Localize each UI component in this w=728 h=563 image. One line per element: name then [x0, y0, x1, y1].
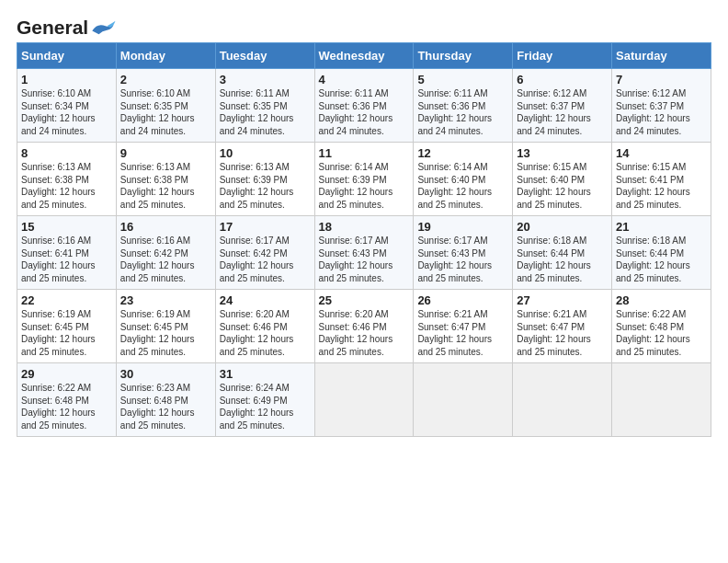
table-row: 3 Sunrise: 6:11 AMSunset: 6:35 PMDayligh… [215, 69, 314, 143]
day-number: 4 [319, 73, 410, 86]
day-info: Sunrise: 6:10 AMSunset: 6:34 PMDaylight:… [21, 88, 96, 136]
table-row [612, 363, 711, 437]
day-info: Sunrise: 6:22 AMSunset: 6:48 PMDaylight:… [616, 309, 690, 357]
day-number: 30 [120, 367, 211, 381]
day-number: 5 [417, 73, 508, 86]
table-row: 16 Sunrise: 6:16 AMSunset: 6:42 PMDaylig… [116, 216, 215, 290]
day-info: Sunrise: 6:10 AMSunset: 6:35 PMDaylight:… [120, 88, 195, 136]
day-info: Sunrise: 6:16 AMSunset: 6:42 PMDaylight:… [120, 236, 195, 283]
day-number: 28 [616, 293, 707, 307]
table-row: 22 Sunrise: 6:19 AMSunset: 6:45 PMDaylig… [17, 290, 117, 363]
day-info: Sunrise: 6:13 AMSunset: 6:38 PMDaylight:… [21, 162, 96, 210]
logo-bird-icon [90, 19, 116, 36]
day-info: Sunrise: 6:20 AMSunset: 6:46 PMDaylight:… [220, 309, 294, 357]
table-row: 20 Sunrise: 6:18 AMSunset: 6:44 PMDaylig… [513, 216, 612, 290]
col-header-tuesday: Tuesday [215, 43, 314, 69]
table-row: 28 Sunrise: 6:22 AMSunset: 6:48 PMDaylig… [612, 290, 711, 363]
day-info: Sunrise: 6:16 AMSunset: 6:41 PMDaylight:… [21, 236, 96, 283]
day-number: 24 [220, 293, 311, 307]
day-info: Sunrise: 6:19 AMSunset: 6:45 PMDaylight:… [120, 309, 195, 357]
table-row: 21 Sunrise: 6:18 AMSunset: 6:44 PMDaylig… [612, 216, 711, 290]
day-info: Sunrise: 6:22 AMSunset: 6:48 PMDaylight:… [21, 383, 96, 431]
table-row: 4 Sunrise: 6:11 AMSunset: 6:36 PMDayligh… [314, 69, 414, 143]
table-row: 12 Sunrise: 6:14 AMSunset: 6:40 PMDaylig… [414, 143, 513, 216]
day-info: Sunrise: 6:18 AMSunset: 6:44 PMDaylight:… [517, 236, 591, 283]
header: General [17, 17, 711, 35]
table-row: 7 Sunrise: 6:12 AMSunset: 6:37 PMDayligh… [612, 69, 711, 143]
table-row [314, 363, 414, 437]
day-number: 25 [319, 293, 410, 307]
col-header-sunday: Sunday [17, 43, 117, 69]
day-number: 15 [21, 220, 112, 234]
col-header-friday: Friday [513, 43, 612, 69]
day-info: Sunrise: 6:12 AMSunset: 6:37 PMDaylight:… [616, 88, 690, 136]
table-row: 1 Sunrise: 6:10 AMSunset: 6:34 PMDayligh… [17, 69, 117, 143]
table-row: 8 Sunrise: 6:13 AMSunset: 6:38 PMDayligh… [17, 143, 117, 216]
day-info: Sunrise: 6:17 AMSunset: 6:43 PMDaylight:… [319, 236, 393, 283]
logo: General [17, 17, 116, 35]
table-row: 17 Sunrise: 6:17 AMSunset: 6:42 PMDaylig… [215, 216, 314, 290]
table-row: 6 Sunrise: 6:12 AMSunset: 6:37 PMDayligh… [513, 69, 612, 143]
day-number: 8 [21, 146, 112, 160]
table-row: 19 Sunrise: 6:17 AMSunset: 6:43 PMDaylig… [414, 216, 513, 290]
table-row: 14 Sunrise: 6:15 AMSunset: 6:41 PMDaylig… [612, 143, 711, 216]
day-info: Sunrise: 6:17 AMSunset: 6:42 PMDaylight:… [220, 236, 294, 283]
day-number: 27 [517, 293, 608, 307]
table-row: 18 Sunrise: 6:17 AMSunset: 6:43 PMDaylig… [314, 216, 414, 290]
day-info: Sunrise: 6:19 AMSunset: 6:45 PMDaylight:… [21, 309, 96, 357]
table-row: 15 Sunrise: 6:16 AMSunset: 6:41 PMDaylig… [17, 216, 117, 290]
table-row: 29 Sunrise: 6:22 AMSunset: 6:48 PMDaylig… [17, 363, 117, 437]
table-row: 31 Sunrise: 6:24 AMSunset: 6:49 PMDaylig… [215, 363, 314, 437]
day-number: 10 [220, 146, 311, 160]
day-info: Sunrise: 6:15 AMSunset: 6:41 PMDaylight:… [616, 162, 690, 210]
day-number: 1 [21, 73, 112, 86]
day-number: 3 [220, 73, 311, 86]
day-info: Sunrise: 6:13 AMSunset: 6:38 PMDaylight:… [120, 162, 195, 210]
col-header-monday: Monday [116, 43, 215, 69]
day-info: Sunrise: 6:11 AMSunset: 6:36 PMDaylight:… [417, 88, 492, 136]
day-info: Sunrise: 6:13 AMSunset: 6:39 PMDaylight:… [220, 162, 294, 210]
day-number: 26 [417, 293, 508, 307]
day-info: Sunrise: 6:14 AMSunset: 6:40 PMDaylight:… [417, 162, 492, 210]
day-number: 22 [21, 293, 112, 307]
day-number: 31 [220, 367, 311, 381]
day-info: Sunrise: 6:24 AMSunset: 6:49 PMDaylight:… [220, 383, 294, 431]
table-row: 23 Sunrise: 6:19 AMSunset: 6:45 PMDaylig… [116, 290, 215, 363]
logo-general: General [17, 17, 88, 39]
day-info: Sunrise: 6:11 AMSunset: 6:35 PMDaylight:… [220, 88, 294, 136]
day-info: Sunrise: 6:21 AMSunset: 6:47 PMDaylight:… [417, 309, 492, 357]
table-row: 30 Sunrise: 6:23 AMSunset: 6:48 PMDaylig… [116, 363, 215, 437]
table-row: 13 Sunrise: 6:15 AMSunset: 6:40 PMDaylig… [513, 143, 612, 216]
calendar-table: Sunday Monday Tuesday Wednesday Thursday… [17, 42, 711, 437]
day-info: Sunrise: 6:17 AMSunset: 6:43 PMDaylight:… [417, 236, 492, 283]
table-row: 11 Sunrise: 6:14 AMSunset: 6:39 PMDaylig… [314, 143, 414, 216]
day-number: 17 [220, 220, 311, 234]
table-row: 2 Sunrise: 6:10 AMSunset: 6:35 PMDayligh… [116, 69, 215, 143]
day-info: Sunrise: 6:20 AMSunset: 6:46 PMDaylight:… [319, 309, 393, 357]
day-info: Sunrise: 6:21 AMSunset: 6:47 PMDaylight:… [517, 309, 591, 357]
day-info: Sunrise: 6:23 AMSunset: 6:48 PMDaylight:… [120, 383, 195, 431]
table-row: 24 Sunrise: 6:20 AMSunset: 6:46 PMDaylig… [215, 290, 314, 363]
day-number: 6 [517, 73, 608, 86]
day-info: Sunrise: 6:11 AMSunset: 6:36 PMDaylight:… [319, 88, 393, 136]
col-header-thursday: Thursday [414, 43, 513, 69]
table-row: 10 Sunrise: 6:13 AMSunset: 6:39 PMDaylig… [215, 143, 314, 216]
day-number: 7 [616, 73, 707, 86]
table-row: 9 Sunrise: 6:13 AMSunset: 6:38 PMDayligh… [116, 143, 215, 216]
day-number: 11 [319, 146, 410, 160]
day-number: 12 [417, 146, 508, 160]
col-header-wednesday: Wednesday [314, 43, 414, 69]
col-header-saturday: Saturday [612, 43, 711, 69]
table-row: 27 Sunrise: 6:21 AMSunset: 6:47 PMDaylig… [513, 290, 612, 363]
table-row: 26 Sunrise: 6:21 AMSunset: 6:47 PMDaylig… [414, 290, 513, 363]
day-info: Sunrise: 6:18 AMSunset: 6:44 PMDaylight:… [616, 236, 690, 283]
table-row: 5 Sunrise: 6:11 AMSunset: 6:36 PMDayligh… [414, 69, 513, 143]
table-row: 25 Sunrise: 6:20 AMSunset: 6:46 PMDaylig… [314, 290, 414, 363]
day-number: 16 [120, 220, 211, 234]
day-info: Sunrise: 6:12 AMSunset: 6:37 PMDaylight:… [517, 88, 591, 136]
day-number: 19 [417, 220, 508, 234]
day-number: 14 [616, 146, 707, 160]
day-number: 9 [120, 146, 211, 160]
day-number: 23 [120, 293, 211, 307]
day-number: 21 [616, 220, 707, 234]
